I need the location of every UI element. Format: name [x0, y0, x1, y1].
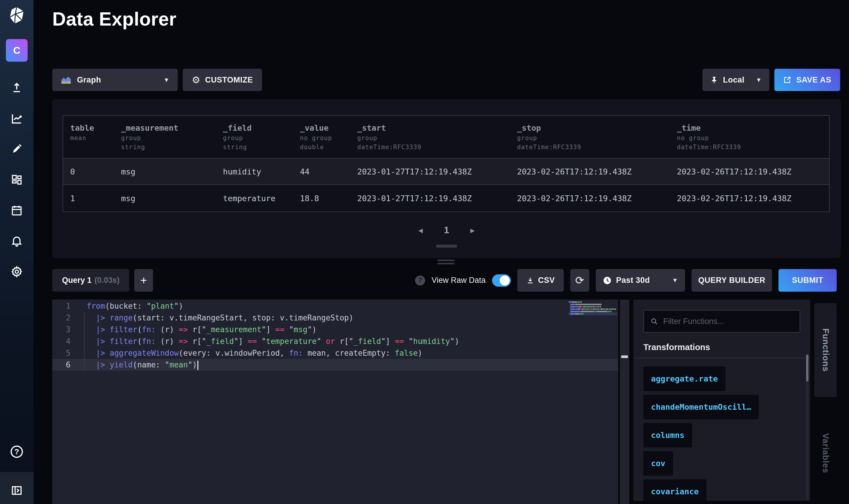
query-duration: (0.03s) [95, 276, 120, 285]
local-dropdown[interactable]: Local ▼ [702, 69, 770, 91]
refresh-icon: ⟳ [575, 274, 584, 287]
tab-variables[interactable]: Variables [814, 428, 837, 478]
clock-icon [603, 276, 612, 285]
csv-label: CSV [538, 276, 555, 285]
gear-icon: ⚙ [192, 74, 200, 86]
toggle-knob [500, 275, 510, 286]
query-builder-button[interactable]: QUERY BUILDER [691, 269, 772, 292]
export-icon [783, 76, 791, 84]
dashboards-icon[interactable] [10, 173, 24, 187]
table-cell: 1 [63, 194, 114, 203]
submit-label: SUBMIT [792, 276, 824, 285]
view-type-dropdown[interactable]: Graph ▼ [52, 69, 178, 91]
line-number: 3 [52, 324, 71, 336]
function-pill[interactable]: chandeMomentumOscill… [643, 395, 759, 419]
filter-functions-search[interactable] [643, 310, 800, 333]
function-pill[interactable]: columns [643, 423, 692, 448]
calendar-icon[interactable] [10, 203, 24, 218]
chevron-down-icon: ▼ [672, 277, 678, 284]
table-cell: msg [114, 194, 216, 203]
search-input[interactable] [663, 317, 794, 326]
save-as-button[interactable]: SAVE AS [774, 69, 840, 91]
query-builder-label: QUERY BUILDER [698, 276, 765, 285]
add-query-button[interactable]: + [134, 269, 153, 292]
page-number[interactable]: 1 [444, 225, 449, 236]
code-line[interactable]: 4 |> filter(fn: (r) => r["_field"] == "t… [52, 336, 618, 347]
panel-resize-handle[interactable] [437, 259, 454, 266]
customize-label: CUSTOMIZE [205, 75, 253, 85]
table-cell: 2023-02-26T17:12:19.438Z [670, 194, 829, 203]
table-cell: 44 [293, 167, 350, 176]
function-pill[interactable]: covariance [643, 479, 706, 501]
table-cell: 2023-02-26T17:12:19.438Z [510, 167, 670, 176]
flux-code-editor[interactable]: 1from(bucket: "plant")2 |> range(start: … [52, 300, 618, 504]
prev-page-icon[interactable]: ◂ [418, 225, 423, 235]
table-cell: temperature [216, 194, 293, 203]
upload-icon[interactable] [10, 81, 24, 95]
line-number: 1 [52, 300, 71, 312]
download-icon [526, 276, 535, 285]
view-type-label: Graph [77, 75, 101, 85]
column-header: _valueno groupdouble [293, 116, 350, 158]
code-line[interactable]: 3 |> filter(fn: (r) => r["_measurement"]… [52, 324, 618, 336]
graph-icon[interactable] [10, 112, 24, 126]
editor-minimap[interactable] [569, 301, 616, 316]
query-bar: Query 1 (0.03s) + ? View Raw Data CSV ⟳ … [52, 269, 837, 292]
help-icon[interactable]: ? [11, 446, 23, 458]
editor-panel-divider[interactable] [620, 300, 629, 504]
save-as-label: SAVE AS [796, 75, 831, 85]
refresh-button[interactable]: ⟳ [570, 269, 589, 292]
function-pill[interactable]: cov [643, 451, 673, 476]
code-line[interactable]: 6 |> yield(name: "mean") [52, 359, 618, 371]
section-title: Transformations [643, 342, 710, 352]
next-page-icon[interactable]: ▸ [470, 225, 475, 235]
org-avatar[interactable]: C [6, 39, 28, 62]
page-indicator [52, 245, 841, 248]
code-lines: 1from(bucket: "plant")2 |> range(start: … [52, 300, 618, 371]
query-tab[interactable]: Query 1 (0.03s) [52, 269, 129, 292]
text-cursor [197, 361, 198, 370]
column-header: _timeno groupdateTime:RFC3339 [670, 116, 829, 158]
local-label: Local [723, 75, 744, 85]
column-header: _stopgroupdateTime:RFC3339 [510, 116, 670, 158]
chevron-down-icon: ▼ [756, 77, 762, 84]
bell-icon[interactable] [10, 234, 24, 249]
pagination: ◂ 1 ▸ [52, 225, 841, 236]
function-list: aggregate.ratechandeMomentumOscill…colum… [643, 366, 759, 501]
tab-functions[interactable]: Functions [814, 303, 837, 397]
csv-button[interactable]: CSV [517, 269, 564, 292]
column-header: tablemean [63, 116, 114, 158]
line-number: 2 [52, 312, 71, 324]
function-pill[interactable]: aggregate.rate [643, 366, 726, 391]
customize-button[interactable]: ⚙ CUSTOMIZE [183, 69, 262, 91]
search-icon [650, 317, 658, 325]
view-raw-data-label: View Raw Data [432, 276, 486, 285]
column-header: _measurementgroupstring [114, 116, 216, 158]
divider-drag-handle[interactable] [621, 355, 628, 358]
table-cell: 0 [63, 167, 114, 176]
code-line[interactable]: 2 |> range(start: v.timeRangeStart, stop… [52, 312, 618, 324]
expand-sidebar-icon[interactable] [10, 483, 24, 498]
data-explorer-page: C ? Data Explorer Graph ▼ ⚙ CUSTOMIZE [0, 0, 849, 504]
table-cell: 2023-02-26T17:12:19.438Z [670, 167, 829, 176]
functions-panel: Transformations aggregate.ratechandeMome… [633, 300, 810, 501]
raw-data-help-icon[interactable]: ? [415, 275, 425, 286]
table-row: 1msgtemperature18.82023-01-27T17:12:19.4… [63, 185, 829, 212]
chevron-down-icon: ▼ [164, 77, 169, 84]
table-cell: 18.8 [293, 194, 350, 203]
code-line[interactable]: 5 |> aggregateWindow(every: v.windowPeri… [52, 347, 618, 359]
query-tab-label: Query 1 [62, 276, 92, 285]
raw-data-table: tablemean_measurementgroupstring_fieldgr… [62, 115, 830, 212]
gear-icon[interactable] [10, 265, 24, 279]
scrollbar-thumb[interactable] [806, 355, 809, 381]
pin-icon [710, 76, 718, 84]
time-range-dropdown[interactable]: Past 30d ▼ [596, 269, 685, 292]
influxdb-logo-icon[interactable] [7, 6, 26, 25]
table-row: 0msghumidity442023-01-27T17:12:19.438Z20… [63, 159, 829, 185]
view-raw-data-toggle[interactable] [492, 274, 511, 287]
pencil-icon[interactable] [10, 142, 24, 156]
submit-button[interactable]: SUBMIT [778, 269, 837, 292]
line-number: 4 [52, 336, 71, 347]
code-line[interactable]: 1from(bucket: "plant") [52, 300, 618, 312]
sidebar: C ? [0, 0, 34, 504]
